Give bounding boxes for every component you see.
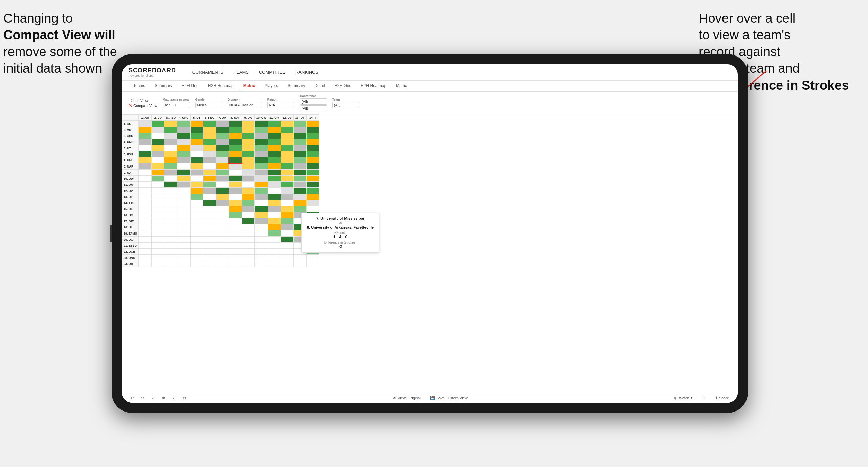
matrix-cell[interactable] [216,243,229,249]
matrix-cell[interactable] [293,163,306,170]
matrix-cell[interactable] [242,230,254,237]
tab-matrix2[interactable]: Matrix [391,81,412,91]
matrix-cell[interactable] [203,188,216,194]
watch-button[interactable]: ◎ Watch ▾ [672,395,695,401]
matrix-cell[interactable] [254,127,268,133]
matrix-cell[interactable] [139,212,152,218]
matrix-cell[interactable] [152,133,164,139]
matrix-cell[interactable] [164,243,177,249]
nav-committee[interactable]: COMMITTEE [259,68,285,76]
matrix-cell[interactable] [268,182,281,188]
matrix-cell[interactable] [242,243,254,249]
toolbar-icon4[interactable]: ⊘ [181,395,188,401]
matrix-cell[interactable] [306,151,319,157]
matrix-cell[interactable] [281,224,293,230]
matrix-cell[interactable] [177,145,191,151]
matrix-cell[interactable] [216,188,229,194]
matrix-cell[interactable] [139,163,152,170]
matrix-cell[interactable] [306,163,319,170]
matrix-cell[interactable] [164,237,177,243]
matrix-cell[interactable] [152,194,164,200]
matrix-cell[interactable] [268,139,281,145]
matrix-cell[interactable] [164,255,177,261]
matrix-cell[interactable] [229,249,242,255]
matrix-cell[interactable] [152,127,164,133]
matrix-cell[interactable] [268,176,281,182]
matrix-cell[interactable] [268,133,281,139]
matrix-cell[interactable] [216,255,229,261]
matrix-cell[interactable] [216,139,229,145]
conference-select1[interactable]: (All) [300,98,327,105]
matrix-cell[interactable] [139,255,152,261]
matrix-cell[interactable] [268,255,281,261]
matrix-cell[interactable] [177,206,191,212]
matrix-cell[interactable] [293,182,306,188]
matrix-cell[interactable] [139,127,152,133]
matrix-cell[interactable] [229,218,242,224]
matrix-cell[interactable] [203,157,216,163]
matrix-cell[interactable] [177,237,191,243]
matrix-cell[interactable] [229,243,242,249]
matrix-cell[interactable] [216,133,229,139]
matrix-cell[interactable] [242,139,254,145]
matrix-cell[interactable] [164,127,177,133]
matrix-cell[interactable] [268,224,281,230]
matrix-cell[interactable] [216,261,229,267]
matrix-cell[interactable] [268,230,281,237]
matrix-cell[interactable] [229,151,242,157]
matrix-cell[interactable] [242,261,254,267]
matrix-cell[interactable] [177,261,191,267]
matrix-cell[interactable] [229,206,242,212]
matrix-cell[interactable] [177,200,191,206]
matrix-cell[interactable] [306,127,319,133]
matrix-cell[interactable] [216,249,229,255]
matrix-cell[interactable] [139,243,152,249]
matrix-cell[interactable] [281,255,293,261]
matrix-cell[interactable] [293,133,306,139]
matrix-cell[interactable] [254,133,268,139]
matrix-cell[interactable] [190,218,203,224]
division-select[interactable]: NCAA Division I [228,102,262,108]
matrix-cell[interactable] [229,127,242,133]
matrix-cell[interactable] [281,243,293,249]
matrix-cell[interactable] [216,151,229,157]
matrix-cell[interactable] [281,218,293,224]
matrix-cell[interactable] [254,206,268,212]
matrix-cell[interactable] [254,200,268,206]
matrix-cell[interactable] [203,218,216,224]
matrix-cell[interactable] [306,157,319,163]
full-view-option[interactable]: Full View [129,98,157,103]
matrix-cell[interactable] [164,206,177,212]
matrix-cell[interactable] [281,237,293,243]
tab-h2hgrid1[interactable]: H2H Grid [177,81,203,91]
matrix-cell[interactable] [164,218,177,224]
matrix-cell[interactable] [281,188,293,194]
matrix-cell[interactable] [254,194,268,200]
matrix-cell[interactable] [216,200,229,206]
view-original-button[interactable]: 👁 View: Original [391,395,423,401]
compact-view-option[interactable]: Compact View [129,104,157,108]
matrix-cell[interactable] [254,243,268,249]
matrix-cell[interactable] [254,151,268,157]
matrix-cell[interactable] [139,218,152,224]
matrix-cell[interactable] [306,255,319,261]
matrix-cell[interactable] [152,188,164,194]
tab-detail[interactable]: Detail [310,81,330,91]
matrix-cell[interactable] [254,255,268,261]
tab-h2hheatmap2[interactable]: H2H Heatmap [356,81,391,91]
matrix-cell[interactable] [190,200,203,206]
matrix-cell[interactable] [164,212,177,218]
matrix-cell[interactable] [268,188,281,194]
matrix-cell[interactable] [229,212,242,218]
matrix-cell[interactable] [177,188,191,194]
matrix-cell[interactable] [139,151,152,157]
compact-view-radio[interactable] [129,104,132,107]
conference-select2[interactable]: (All) [300,105,327,111]
matrix-cell[interactable] [203,212,216,218]
matrix-cell[interactable] [152,151,164,157]
matrix-cell[interactable] [203,249,216,255]
matrix-cell[interactable] [268,145,281,151]
matrix-cell[interactable] [203,151,216,157]
matrix-cell[interactable] [242,249,254,255]
matrix-cell[interactable] [306,188,319,194]
